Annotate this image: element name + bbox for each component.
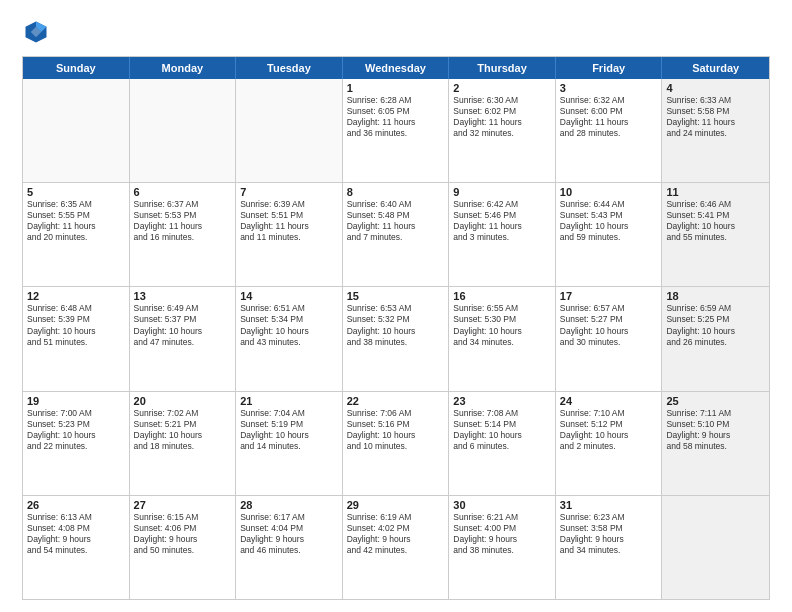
cell-content: Sunrise: 7:00 AM Sunset: 5:23 PM Dayligh… <box>27 408 125 452</box>
calendar-cell <box>236 79 343 182</box>
calendar-cell: 17Sunrise: 6:57 AM Sunset: 5:27 PM Dayli… <box>556 287 663 390</box>
calendar-cell: 26Sunrise: 6:13 AM Sunset: 4:08 PM Dayli… <box>23 496 130 599</box>
calendar-cell: 1Sunrise: 6:28 AM Sunset: 6:05 PM Daylig… <box>343 79 450 182</box>
cell-content: Sunrise: 6:59 AM Sunset: 5:25 PM Dayligh… <box>666 303 765 347</box>
calendar-row-2: 5Sunrise: 6:35 AM Sunset: 5:55 PM Daylig… <box>23 183 769 287</box>
cell-content: Sunrise: 6:21 AM Sunset: 4:00 PM Dayligh… <box>453 512 551 556</box>
day-number: 17 <box>560 290 658 302</box>
cell-content: Sunrise: 6:55 AM Sunset: 5:30 PM Dayligh… <box>453 303 551 347</box>
header <box>22 18 770 46</box>
cell-content: Sunrise: 6:49 AM Sunset: 5:37 PM Dayligh… <box>134 303 232 347</box>
cell-content: Sunrise: 6:44 AM Sunset: 5:43 PM Dayligh… <box>560 199 658 243</box>
calendar-body: 1Sunrise: 6:28 AM Sunset: 6:05 PM Daylig… <box>23 79 769 599</box>
day-number: 10 <box>560 186 658 198</box>
day-number: 21 <box>240 395 338 407</box>
day-number: 18 <box>666 290 765 302</box>
cell-content: Sunrise: 7:10 AM Sunset: 5:12 PM Dayligh… <box>560 408 658 452</box>
calendar-cell: 18Sunrise: 6:59 AM Sunset: 5:25 PM Dayli… <box>662 287 769 390</box>
cell-content: Sunrise: 7:06 AM Sunset: 5:16 PM Dayligh… <box>347 408 445 452</box>
day-number: 20 <box>134 395 232 407</box>
calendar-cell: 7Sunrise: 6:39 AM Sunset: 5:51 PM Daylig… <box>236 183 343 286</box>
logo <box>22 18 54 46</box>
calendar-cell: 31Sunrise: 6:23 AM Sunset: 3:58 PM Dayli… <box>556 496 663 599</box>
calendar-cell: 6Sunrise: 6:37 AM Sunset: 5:53 PM Daylig… <box>130 183 237 286</box>
calendar-row-4: 19Sunrise: 7:00 AM Sunset: 5:23 PM Dayli… <box>23 392 769 496</box>
day-number: 5 <box>27 186 125 198</box>
weekday-header-friday: Friday <box>556 57 663 79</box>
cell-content: Sunrise: 6:32 AM Sunset: 6:00 PM Dayligh… <box>560 95 658 139</box>
day-number: 26 <box>27 499 125 511</box>
weekday-header-sunday: Sunday <box>23 57 130 79</box>
day-number: 23 <box>453 395 551 407</box>
calendar-cell: 23Sunrise: 7:08 AM Sunset: 5:14 PM Dayli… <box>449 392 556 495</box>
cell-content: Sunrise: 6:40 AM Sunset: 5:48 PM Dayligh… <box>347 199 445 243</box>
day-number: 27 <box>134 499 232 511</box>
weekday-header-wednesday: Wednesday <box>343 57 450 79</box>
cell-content: Sunrise: 7:11 AM Sunset: 5:10 PM Dayligh… <box>666 408 765 452</box>
calendar-cell: 28Sunrise: 6:17 AM Sunset: 4:04 PM Dayli… <box>236 496 343 599</box>
cell-content: Sunrise: 6:30 AM Sunset: 6:02 PM Dayligh… <box>453 95 551 139</box>
day-number: 29 <box>347 499 445 511</box>
day-number: 16 <box>453 290 551 302</box>
cell-content: Sunrise: 7:04 AM Sunset: 5:19 PM Dayligh… <box>240 408 338 452</box>
calendar-cell <box>130 79 237 182</box>
cell-content: Sunrise: 6:48 AM Sunset: 5:39 PM Dayligh… <box>27 303 125 347</box>
calendar-cell: 16Sunrise: 6:55 AM Sunset: 5:30 PM Dayli… <box>449 287 556 390</box>
cell-content: Sunrise: 6:23 AM Sunset: 3:58 PM Dayligh… <box>560 512 658 556</box>
weekday-header-saturday: Saturday <box>662 57 769 79</box>
day-number: 7 <box>240 186 338 198</box>
calendar-cell: 12Sunrise: 6:48 AM Sunset: 5:39 PM Dayli… <box>23 287 130 390</box>
cell-content: Sunrise: 6:19 AM Sunset: 4:02 PM Dayligh… <box>347 512 445 556</box>
calendar-cell <box>662 496 769 599</box>
day-number: 31 <box>560 499 658 511</box>
calendar-cell: 10Sunrise: 6:44 AM Sunset: 5:43 PM Dayli… <box>556 183 663 286</box>
day-number: 8 <box>347 186 445 198</box>
cell-content: Sunrise: 6:39 AM Sunset: 5:51 PM Dayligh… <box>240 199 338 243</box>
cell-content: Sunrise: 7:08 AM Sunset: 5:14 PM Dayligh… <box>453 408 551 452</box>
calendar-cell: 25Sunrise: 7:11 AM Sunset: 5:10 PM Dayli… <box>662 392 769 495</box>
day-number: 14 <box>240 290 338 302</box>
calendar-cell: 14Sunrise: 6:51 AM Sunset: 5:34 PM Dayli… <box>236 287 343 390</box>
cell-content: Sunrise: 6:51 AM Sunset: 5:34 PM Dayligh… <box>240 303 338 347</box>
day-number: 25 <box>666 395 765 407</box>
calendar-row-5: 26Sunrise: 6:13 AM Sunset: 4:08 PM Dayli… <box>23 496 769 599</box>
calendar-cell: 19Sunrise: 7:00 AM Sunset: 5:23 PM Dayli… <box>23 392 130 495</box>
calendar-cell: 2Sunrise: 6:30 AM Sunset: 6:02 PM Daylig… <box>449 79 556 182</box>
cell-content: Sunrise: 6:15 AM Sunset: 4:06 PM Dayligh… <box>134 512 232 556</box>
calendar-cell <box>23 79 130 182</box>
calendar-cell: 27Sunrise: 6:15 AM Sunset: 4:06 PM Dayli… <box>130 496 237 599</box>
day-number: 19 <box>27 395 125 407</box>
calendar-header: SundayMondayTuesdayWednesdayThursdayFrid… <box>23 57 769 79</box>
cell-content: Sunrise: 6:42 AM Sunset: 5:46 PM Dayligh… <box>453 199 551 243</box>
calendar-cell: 9Sunrise: 6:42 AM Sunset: 5:46 PM Daylig… <box>449 183 556 286</box>
day-number: 6 <box>134 186 232 198</box>
cell-content: Sunrise: 6:33 AM Sunset: 5:58 PM Dayligh… <box>666 95 765 139</box>
calendar-cell: 8Sunrise: 6:40 AM Sunset: 5:48 PM Daylig… <box>343 183 450 286</box>
day-number: 11 <box>666 186 765 198</box>
weekday-header-monday: Monday <box>130 57 237 79</box>
day-number: 24 <box>560 395 658 407</box>
day-number: 28 <box>240 499 338 511</box>
day-number: 13 <box>134 290 232 302</box>
cell-content: Sunrise: 6:57 AM Sunset: 5:27 PM Dayligh… <box>560 303 658 347</box>
calendar-cell: 20Sunrise: 7:02 AM Sunset: 5:21 PM Dayli… <box>130 392 237 495</box>
cell-content: Sunrise: 7:02 AM Sunset: 5:21 PM Dayligh… <box>134 408 232 452</box>
day-number: 12 <box>27 290 125 302</box>
day-number: 1 <box>347 82 445 94</box>
calendar-cell: 30Sunrise: 6:21 AM Sunset: 4:00 PM Dayli… <box>449 496 556 599</box>
calendar-cell: 24Sunrise: 7:10 AM Sunset: 5:12 PM Dayli… <box>556 392 663 495</box>
calendar-row-3: 12Sunrise: 6:48 AM Sunset: 5:39 PM Dayli… <box>23 287 769 391</box>
weekday-header-thursday: Thursday <box>449 57 556 79</box>
day-number: 4 <box>666 82 765 94</box>
cell-content: Sunrise: 6:28 AM Sunset: 6:05 PM Dayligh… <box>347 95 445 139</box>
calendar-cell: 3Sunrise: 6:32 AM Sunset: 6:00 PM Daylig… <box>556 79 663 182</box>
calendar-cell: 15Sunrise: 6:53 AM Sunset: 5:32 PM Dayli… <box>343 287 450 390</box>
calendar-cell: 4Sunrise: 6:33 AM Sunset: 5:58 PM Daylig… <box>662 79 769 182</box>
cell-content: Sunrise: 6:53 AM Sunset: 5:32 PM Dayligh… <box>347 303 445 347</box>
calendar-cell: 11Sunrise: 6:46 AM Sunset: 5:41 PM Dayli… <box>662 183 769 286</box>
calendar-cell: 22Sunrise: 7:06 AM Sunset: 5:16 PM Dayli… <box>343 392 450 495</box>
page: SundayMondayTuesdayWednesdayThursdayFrid… <box>0 0 792 612</box>
day-number: 9 <box>453 186 551 198</box>
day-number: 30 <box>453 499 551 511</box>
day-number: 15 <box>347 290 445 302</box>
